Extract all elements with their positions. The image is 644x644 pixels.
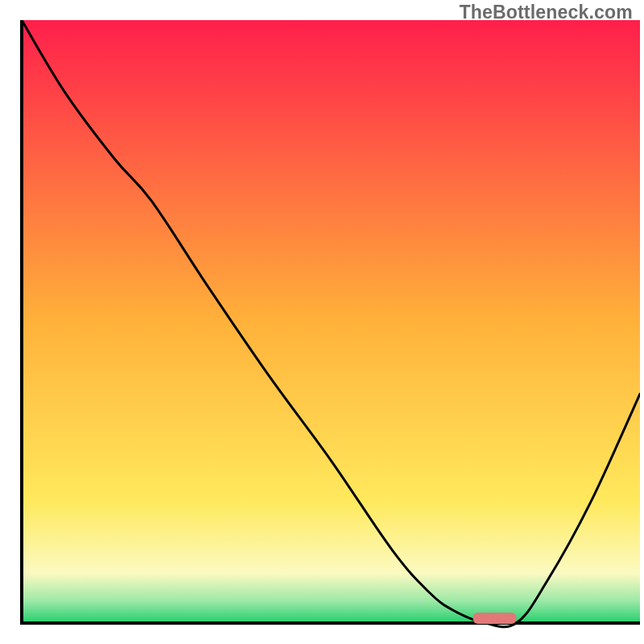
chart-frame: TheBottleneck.com xyxy=(0,0,644,644)
attribution-text: TheBottleneck.com xyxy=(459,2,633,23)
plot-area xyxy=(20,20,640,632)
chart-svg xyxy=(20,20,640,632)
gradient-background xyxy=(23,20,640,621)
optimal-range-marker xyxy=(473,613,517,624)
